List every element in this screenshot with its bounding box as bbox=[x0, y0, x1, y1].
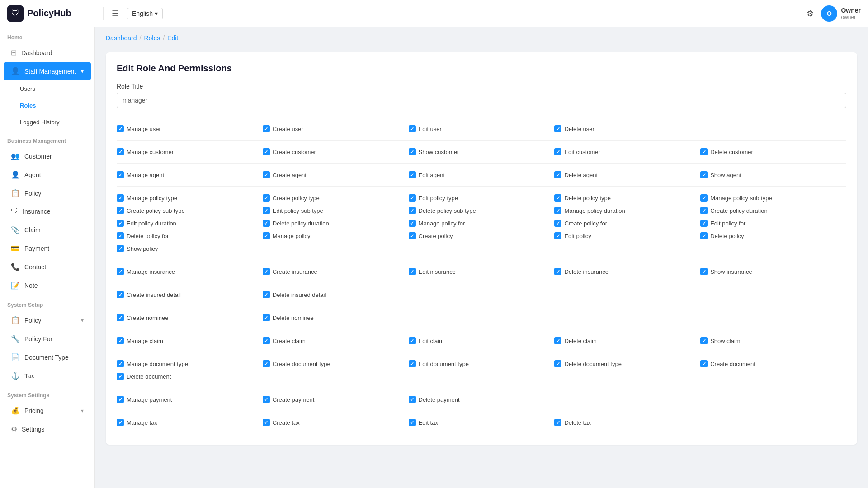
checkbox-manage-policy[interactable] bbox=[263, 232, 270, 239]
sidebar-item-note[interactable]: 📝 Note bbox=[4, 277, 91, 294]
checkbox-delete-customer[interactable] bbox=[700, 148, 708, 155]
checkbox-show-customer[interactable] bbox=[409, 148, 416, 155]
checkbox-show-agent[interactable] bbox=[700, 171, 708, 178]
checkbox-manage-policy-sub-type[interactable] bbox=[700, 194, 708, 202]
checkbox-manage-tax[interactable] bbox=[117, 419, 124, 426]
checkbox-edit-customer[interactable] bbox=[554, 148, 561, 155]
checkbox-create-document[interactable] bbox=[700, 360, 708, 367]
checkbox-manage-claim[interactable] bbox=[117, 337, 124, 344]
checkbox-manage-payment[interactable] bbox=[117, 396, 124, 403]
checkbox-edit-user[interactable] bbox=[409, 125, 416, 132]
checkbox-manage-insurance[interactable] bbox=[117, 268, 124, 275]
checkbox-show-insurance[interactable] bbox=[700, 268, 708, 275]
checkbox-manage-customer[interactable] bbox=[117, 148, 124, 155]
perm-edit-document-type: Edit document type bbox=[409, 359, 555, 369]
checkbox-delete-policy-sub-type[interactable] bbox=[409, 207, 416, 214]
checkbox-show-policy[interactable] bbox=[117, 245, 124, 252]
checkbox-create-policy-for[interactable] bbox=[554, 220, 561, 227]
checkbox-delete-claim[interactable] bbox=[554, 337, 561, 344]
checkbox-delete-insured-detail[interactable] bbox=[263, 291, 270, 298]
perm-edit-policy-for: Edit policy for bbox=[700, 218, 846, 228]
checkbox-delete-tax[interactable] bbox=[554, 419, 561, 426]
perm-create-tax: Create tax bbox=[263, 418, 409, 427]
checkbox-manage-document-type[interactable] bbox=[117, 360, 124, 367]
checkbox-delete-user[interactable] bbox=[554, 125, 561, 132]
checkbox-create-user[interactable] bbox=[263, 125, 270, 132]
checkbox-create-policy-duration[interactable] bbox=[700, 207, 708, 214]
checkbox-delete-insurance[interactable] bbox=[554, 268, 561, 275]
checkbox-delete-document-type[interactable] bbox=[554, 360, 561, 367]
sidebar-item-pricing[interactable]: 💰 Pricing ▾ bbox=[4, 402, 91, 419]
nominee-perm-row: Create nominee Delete nominee bbox=[117, 313, 846, 323]
sidebar-item-dashboard[interactable]: ⊞ Dashboard bbox=[4, 44, 91, 61]
sidebar-item-agent[interactable]: 👤 Agent bbox=[4, 166, 91, 183]
customer-perm-row: Manage customer Create customer Show cus… bbox=[117, 147, 846, 157]
checkbox-create-tax[interactable] bbox=[263, 419, 270, 426]
agent-permissions-section: Manage agent Create agent Edit agent Del… bbox=[117, 163, 846, 186]
checkbox-edit-tax[interactable] bbox=[409, 419, 416, 426]
checkbox-delete-policy-duration[interactable] bbox=[263, 220, 270, 227]
perm-manage-agent: Manage agent bbox=[117, 170, 263, 180]
checkbox-delete-payment[interactable] bbox=[409, 396, 416, 403]
sidebar-item-document-type[interactable]: 📄 Document Type bbox=[4, 348, 91, 366]
checkbox-edit-claim[interactable] bbox=[409, 337, 416, 344]
sidebar-item-logged-history[interactable]: Logged History bbox=[4, 114, 91, 130]
checkbox-manage-policy-for[interactable] bbox=[409, 220, 416, 227]
sidebar-label-contact: Contact bbox=[24, 263, 46, 271]
checkbox-create-nominee[interactable] bbox=[117, 314, 124, 321]
sidebar-item-roles[interactable]: Roles bbox=[4, 98, 91, 113]
sidebar-item-policy-for[interactable]: 🔧 Policy For bbox=[4, 330, 91, 347]
sidebar-item-payment[interactable]: 💳 Payment bbox=[4, 239, 91, 257]
sidebar-item-users[interactable]: Users bbox=[4, 81, 91, 97]
checkbox-create-agent[interactable] bbox=[263, 171, 270, 178]
checkbox-edit-policy[interactable] bbox=[554, 232, 561, 239]
sidebar-item-staff-management[interactable]: 👤 Staff Management ▾ bbox=[4, 62, 91, 80]
checkbox-edit-insurance[interactable] bbox=[409, 268, 416, 275]
perm-create-customer: Create customer bbox=[263, 147, 409, 157]
checkbox-create-policy-sub-type[interactable] bbox=[117, 207, 124, 214]
checkbox-edit-policy-duration[interactable] bbox=[117, 220, 124, 227]
checkbox-edit-policy-type[interactable] bbox=[409, 194, 416, 202]
checkbox-create-payment[interactable] bbox=[263, 396, 270, 403]
sidebar-item-contact[interactable]: 📞 Contact bbox=[4, 258, 91, 276]
checkbox-delete-document[interactable] bbox=[117, 373, 124, 380]
checkbox-create-insured-detail[interactable] bbox=[117, 291, 124, 298]
checkbox-create-customer[interactable] bbox=[263, 148, 270, 155]
checkbox-create-policy[interactable] bbox=[409, 232, 416, 239]
sidebar-item-customer[interactable]: 👥 Customer bbox=[4, 147, 91, 165]
sidebar-item-insurance[interactable]: 🛡 Insurance bbox=[4, 203, 91, 220]
sidebar-item-tax[interactable]: ⚓ Tax bbox=[4, 367, 91, 385]
breadcrumb-dashboard[interactable]: Dashboard bbox=[106, 34, 137, 42]
payment-icon: 💳 bbox=[11, 244, 20, 253]
checkbox-manage-agent[interactable] bbox=[117, 171, 124, 178]
checkbox-edit-policy-sub-type[interactable] bbox=[263, 207, 270, 214]
checkbox-delete-policy[interactable] bbox=[700, 232, 708, 239]
sidebar-item-policy[interactable]: 📋 Policy bbox=[4, 184, 91, 202]
settings-button[interactable]: ⚙ bbox=[807, 9, 814, 19]
sidebar-item-settings[interactable]: ⚙ Settings bbox=[4, 420, 91, 438]
checkbox-create-claim[interactable] bbox=[263, 337, 270, 344]
checkbox-edit-policy-for[interactable] bbox=[700, 220, 708, 227]
perm-edit-user: Edit user bbox=[409, 124, 555, 134]
checkbox-delete-policy-type[interactable] bbox=[554, 194, 561, 202]
checkbox-delete-nominee[interactable] bbox=[263, 314, 270, 321]
checkbox-manage-policy-duration[interactable] bbox=[554, 207, 561, 214]
role-title-input[interactable] bbox=[117, 93, 846, 108]
checkbox-create-policy-type[interactable] bbox=[263, 194, 270, 202]
checkbox-delete-agent[interactable] bbox=[554, 171, 561, 178]
hamburger-button[interactable]: ☰ bbox=[109, 6, 122, 21]
checkbox-manage-policy-type[interactable] bbox=[117, 194, 124, 202]
checkbox-delete-policy-for[interactable] bbox=[117, 232, 124, 239]
sidebar-item-policy-setup[interactable]: 📋 Policy ▾ bbox=[4, 311, 91, 329]
checkbox-manage-user[interactable] bbox=[117, 125, 124, 132]
layout: Home ⊞ Dashboard 👤 Staff Management ▾ Us… bbox=[0, 27, 868, 488]
customer-icon: 👥 bbox=[11, 152, 20, 160]
checkbox-create-document-type[interactable] bbox=[263, 360, 270, 367]
sidebar-item-claim[interactable]: 📎 Claim bbox=[4, 221, 91, 239]
checkbox-edit-document-type[interactable] bbox=[409, 360, 416, 367]
checkbox-create-insurance[interactable] bbox=[263, 268, 270, 275]
breadcrumb-roles[interactable]: Roles bbox=[144, 34, 160, 42]
checkbox-edit-agent[interactable] bbox=[409, 171, 416, 178]
language-selector[interactable]: English ▾ bbox=[127, 8, 163, 19]
checkbox-show-claim[interactable] bbox=[700, 337, 708, 344]
